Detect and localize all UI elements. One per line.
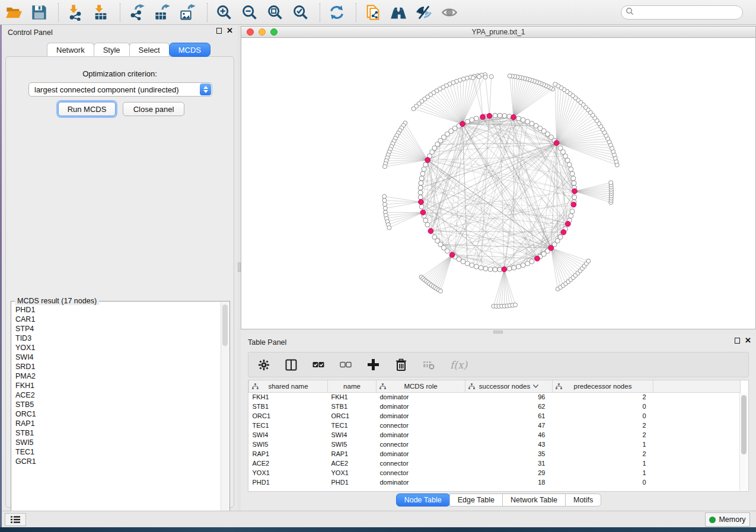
search-input[interactable] (634, 7, 742, 18)
table-cell[interactable]: connector (377, 468, 465, 477)
import-table-icon[interactable] (92, 4, 110, 21)
tab-motifs[interactable]: Motifs (565, 493, 601, 507)
network-node[interactable] (420, 171, 425, 176)
table-cell[interactable]: dominator (377, 449, 465, 459)
table-cell[interactable]: YOX1 (249, 468, 328, 477)
leaf-node[interactable] (513, 303, 518, 307)
tab-edge-table[interactable]: Edge Table (449, 493, 503, 507)
leaf-node[interactable] (489, 75, 493, 79)
export-image-icon[interactable] (179, 4, 197, 21)
mcds-node[interactable] (428, 229, 433, 234)
run-mcds-button[interactable]: Run MCDS (58, 102, 116, 116)
network-node[interactable] (571, 176, 576, 181)
mcds-node[interactable] (487, 113, 492, 118)
show-details-icon[interactable] (441, 4, 458, 21)
table-cell[interactable]: STB1 (328, 402, 377, 411)
network-node[interactable] (521, 263, 525, 268)
leaf-node[interactable] (609, 181, 613, 185)
network-node[interactable] (572, 195, 577, 200)
leaf-node[interactable] (382, 194, 387, 198)
network-node[interactable] (470, 263, 474, 268)
table-cell[interactable]: PHD1 (249, 477, 328, 487)
network-node[interactable] (525, 261, 530, 266)
network-node[interactable] (558, 146, 563, 150)
deselect-all-icon[interactable] (340, 359, 352, 371)
mcds-node[interactable] (511, 114, 516, 120)
network-node[interactable] (419, 204, 424, 209)
network-node[interactable] (502, 114, 507, 118)
table-cell[interactable]: 43 (465, 440, 553, 449)
table-cell[interactable]: 29 (465, 468, 553, 477)
mcds-result-item[interactable]: TEC1 (12, 447, 221, 457)
table-cell[interactable]: 31 (465, 459, 553, 468)
mcds-node[interactable] (535, 256, 540, 261)
mcds-result-item[interactable]: PHD1 (12, 305, 221, 315)
network-document-icon[interactable] (364, 4, 382, 21)
table-cell[interactable]: STB1 (249, 402, 328, 411)
table-cell[interactable]: RAP1 (249, 449, 328, 459)
float-panel-icon[interactable] (216, 28, 222, 34)
table-row[interactable]: TEC1TEC1connector472 (249, 421, 741, 430)
network-node[interactable] (461, 259, 465, 264)
table-cell[interactable]: 2 (553, 430, 653, 440)
open-session-icon[interactable] (5, 4, 23, 21)
network-node[interactable] (572, 181, 576, 185)
table-cell[interactable]: dominator (377, 392, 465, 402)
mcds-node[interactable] (425, 158, 430, 163)
table-row[interactable]: PHD1PHD1dominator180 (249, 477, 741, 487)
table-cell[interactable]: RAP1 (328, 449, 377, 459)
leaf-node[interactable] (553, 82, 557, 86)
table-cell[interactable]: SWI5 (249, 440, 328, 449)
leaf-node[interactable] (383, 202, 387, 206)
table-cell[interactable]: 1 (553, 459, 653, 468)
mcds-result-item[interactable]: STB1 (12, 428, 221, 438)
network-node[interactable] (423, 162, 428, 167)
leaf-node[interactable] (439, 289, 443, 293)
network-node[interactable] (507, 266, 512, 271)
hide-details-icon[interactable] (415, 4, 433, 21)
leaf-node[interactable] (483, 75, 487, 79)
mcds-result-item[interactable]: YOX1 (12, 343, 221, 352)
network-node[interactable] (493, 267, 497, 272)
mcds-result-item[interactable]: ACE2 (12, 390, 221, 400)
select-all-icon[interactable] (312, 359, 324, 371)
network-node[interactable] (570, 171, 575, 176)
table-cell[interactable]: 96 (465, 392, 553, 402)
delete-column-icon[interactable] (395, 358, 407, 371)
table-row[interactable]: SWI5SWI5connector431 (249, 440, 741, 449)
search-box[interactable] (621, 5, 743, 20)
table-cell[interactable]: PHD1 (328, 477, 377, 487)
table-cell[interactable]: ACE2 (249, 459, 328, 468)
network-node[interactable] (488, 267, 493, 271)
network-node[interactable] (493, 113, 497, 118)
criterion-dropdown[interactable]: largest connected component (undirected) (28, 82, 212, 97)
mcds-node[interactable] (419, 199, 424, 204)
table-cell[interactable]: FKH1 (328, 392, 377, 402)
table-cell[interactable]: SWI4 (328, 430, 377, 440)
network-node[interactable] (445, 249, 449, 254)
network-node[interactable] (569, 213, 573, 218)
status-menu-button[interactable] (5, 513, 26, 526)
network-node[interactable] (558, 235, 563, 239)
leaf-node[interactable] (383, 206, 387, 210)
network-node[interactable] (570, 209, 575, 214)
zoom-in-icon[interactable] (215, 4, 233, 21)
mcds-node[interactable] (449, 252, 455, 258)
leaf-node[interactable] (477, 75, 481, 79)
table-cell[interactable]: 47 (465, 421, 553, 430)
close-panel-icon[interactable]: ✕ (745, 338, 751, 344)
network-node[interactable] (474, 116, 479, 121)
network-node[interactable] (470, 117, 474, 122)
leaf-node[interactable] (508, 74, 512, 78)
mcds-node[interactable] (420, 210, 426, 215)
close-panel-button[interactable]: Close panel (123, 102, 184, 116)
network-node[interactable] (419, 176, 424, 181)
table-cell[interactable]: 2 (553, 392, 653, 402)
mcds-result-item[interactable]: FKH1 (12, 381, 221, 390)
table-cell[interactable]: connector (377, 459, 465, 468)
table-cell[interactable]: 61 (465, 411, 553, 421)
column-header-shared-name[interactable]: shared name (249, 380, 328, 392)
table-row[interactable]: ORC1ORC1dominator610 (249, 411, 741, 421)
tab-network[interactable]: Network (47, 43, 94, 56)
float-panel-icon[interactable] (735, 338, 740, 344)
